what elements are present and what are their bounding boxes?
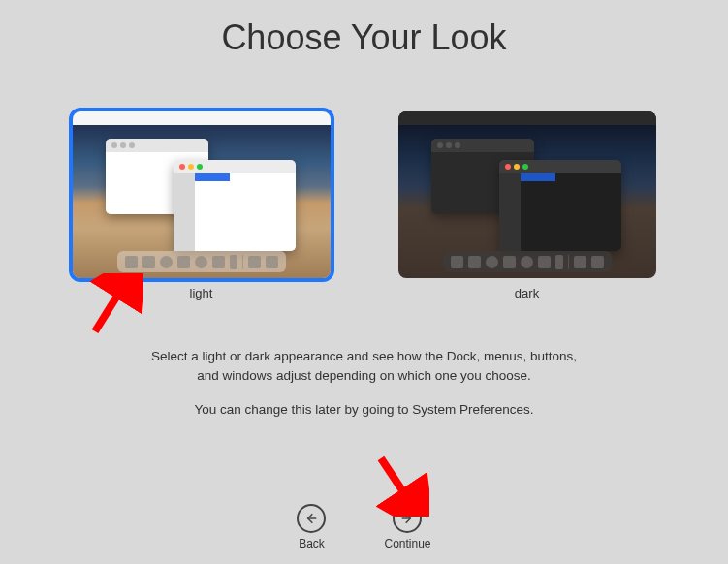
desc-line-1: Select a light or dark appearance and se… [151,349,577,363]
page-title: Choose Your Look [0,0,728,58]
dark-label: dark [398,286,656,300]
light-label: light [73,286,331,300]
svg-line-3 [381,458,410,502]
continue-button[interactable]: Continue [384,504,430,550]
option-light: light [73,111,331,300]
option-dark: dark [398,111,656,300]
back-label: Back [297,537,326,550]
dock-preview [117,251,286,272]
desc-line-3: You can change this later by going to Sy… [0,400,728,420]
appearance-options: light dark [0,111,728,300]
continue-label: Continue [384,537,430,550]
light-theme-thumbnail[interactable] [73,111,331,278]
dock-preview [443,251,612,272]
back-button[interactable]: Back [297,504,326,550]
desc-line-2: and windows adjust depending on which on… [197,368,531,383]
description-text: Select a light or dark appearance and se… [0,347,728,420]
dark-theme-thumbnail[interactable] [398,111,656,278]
navigation-buttons: Back Continue [0,504,728,550]
arrow-right-icon [393,504,422,533]
arrow-left-icon [297,504,326,533]
